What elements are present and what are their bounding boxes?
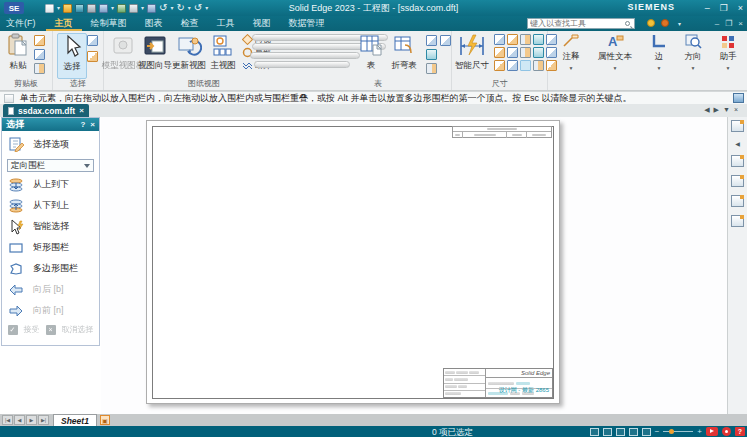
new-document-icon[interactable] xyxy=(45,4,54,13)
rect-fence-item[interactable]: 矩形围栏 xyxy=(2,237,99,258)
feedback-happy-icon[interactable] xyxy=(647,19,655,27)
layers-icon[interactable] xyxy=(731,175,744,187)
dimension-d-icon[interactable] xyxy=(533,47,544,58)
library-icon[interactable] xyxy=(731,155,744,167)
sheet-setup-icon[interactable] xyxy=(117,4,126,13)
tab-data-management[interactable]: 数据管理 xyxy=(280,16,334,31)
dock-collapse-icon[interactable]: ◀ xyxy=(735,140,740,147)
property-text-button[interactable]: A 属性文本 ▼ xyxy=(592,33,638,71)
hole-table-icon[interactable] xyxy=(426,49,437,60)
zoom-area-icon[interactable] xyxy=(616,428,625,436)
zoom-out-icon[interactable]: − xyxy=(655,428,660,436)
document-tab-close-icon[interactable]: × xyxy=(79,106,84,115)
accept-check-icon[interactable]: ✓ xyxy=(8,325,18,335)
back-item[interactable]: 向后 [b] xyxy=(2,279,99,300)
paste-special-icon[interactable] xyxy=(34,35,45,46)
doc-close-button[interactable]: × xyxy=(738,19,743,28)
redo-dropdown-icon[interactable]: ▾ xyxy=(188,5,191,11)
symmetric-diameter-icon[interactable] xyxy=(533,34,544,45)
drawing-sheet[interactable]: Solid Edge 设计网 - 最新 2865 xyxy=(146,120,560,404)
copy-small-icon[interactable] xyxy=(34,49,45,60)
select-button[interactable]: 选择 xyxy=(57,33,87,79)
pan-icon[interactable] xyxy=(603,428,612,436)
feedback-sad-icon[interactable] xyxy=(661,19,669,27)
select-panel-header[interactable]: 选择 ? × xyxy=(2,118,99,131)
deselect-icon[interactable] xyxy=(87,51,98,62)
first-sheet-button[interactable]: |◀ xyxy=(2,415,13,425)
dimension-i-icon[interactable] xyxy=(533,60,544,71)
sheet-views-icon[interactable] xyxy=(731,195,744,207)
document-tab[interactable]: ssdax.com.dft × xyxy=(3,104,89,117)
poly-fence-item[interactable]: 多边形围栏 xyxy=(2,258,99,279)
model-view-button[interactable]: 模型视图板 xyxy=(108,33,138,72)
table-button[interactable]: 表 xyxy=(356,33,386,72)
revision-table[interactable] xyxy=(452,126,552,138)
edit-sheet-icon[interactable]: ▣ xyxy=(100,415,110,425)
sheet-tab-sheet1[interactable]: Sheet1 xyxy=(53,414,97,426)
tab-sketch[interactable]: 绘制草图 xyxy=(82,16,136,31)
dimension-h-icon[interactable] xyxy=(520,60,531,71)
file-menu[interactable]: 文件(F) xyxy=(0,17,46,30)
close-button[interactable]: × xyxy=(738,3,743,13)
video-tutorial-icon[interactable] xyxy=(706,427,718,436)
doc-minimize-button[interactable]: – xyxy=(715,19,719,28)
dimension-c-icon[interactable] xyxy=(520,47,531,58)
tab-view[interactable]: 视图 xyxy=(244,16,280,31)
fence-mode-combobox[interactable]: 定向围栏 xyxy=(7,159,94,172)
principal-view-button[interactable]: 主视图 xyxy=(208,33,238,72)
view-wizard-button[interactable]: 视图向导 xyxy=(140,33,170,72)
print-icon[interactable] xyxy=(129,4,138,13)
copy-icon[interactable] xyxy=(147,4,156,13)
top-down-item[interactable]: 从上到下 xyxy=(2,174,99,195)
zoom-slider[interactable] xyxy=(663,431,693,432)
tab-diagram[interactable]: 图表 xyxy=(136,16,172,31)
sheet-view-icon[interactable] xyxy=(629,428,638,436)
save-as-icon[interactable] xyxy=(99,4,108,13)
save-icon[interactable] xyxy=(87,4,96,13)
search-input[interactable] xyxy=(528,19,625,28)
record-icon[interactable] xyxy=(722,427,731,436)
prev-sheet-button[interactable]: ◀ xyxy=(14,415,25,425)
undo-icon[interactable]: ↺ xyxy=(159,3,167,13)
dimension-b-icon[interactable] xyxy=(507,47,518,58)
app-logo[interactable]: SE xyxy=(4,2,24,14)
angle-between-icon[interactable] xyxy=(507,34,518,45)
panel-close-icon[interactable]: × xyxy=(90,120,95,129)
bottom-up-item[interactable]: 从下到上 xyxy=(2,195,99,216)
new-dropdown-icon[interactable]: ▾ xyxy=(57,5,60,11)
dimension-f-icon[interactable] xyxy=(494,60,505,71)
print-dropdown-icon[interactable]: ▾ xyxy=(141,5,144,11)
tab-tools[interactable]: 工具 xyxy=(208,16,244,31)
annotation-button[interactable]: 注释 ▼ xyxy=(552,33,590,71)
qat-customize-icon[interactable]: ▾ xyxy=(205,5,208,11)
command-search[interactable] xyxy=(527,18,635,29)
feedback-dropdown-icon[interactable]: ▾ xyxy=(678,21,681,27)
tab-inspect[interactable]: 检查 xyxy=(172,16,208,31)
smart-dimension-button[interactable]: 智能尺寸 xyxy=(454,33,490,72)
forward-item[interactable]: 向前 [n] xyxy=(2,300,99,321)
repeat-icon[interactable]: ↺ xyxy=(194,3,202,13)
next-sheet-button[interactable]: ▶ xyxy=(26,415,37,425)
distance-between-icon[interactable] xyxy=(494,34,505,45)
import-icon[interactable] xyxy=(75,4,84,13)
panel-help-icon[interactable]: ? xyxy=(80,120,85,129)
undo-dropdown-icon[interactable]: ▾ xyxy=(170,5,173,11)
coordinate-dimension-icon[interactable] xyxy=(520,34,531,45)
last-sheet-button[interactable]: ▶| xyxy=(38,415,49,425)
smart-select-item[interactable]: 智能选择 xyxy=(2,216,99,237)
redo-icon[interactable]: ↻ xyxy=(176,3,184,13)
grid-view-icon[interactable] xyxy=(642,428,651,436)
update-views-button[interactable]: 更新视图 xyxy=(174,33,204,72)
help-icon[interactable]: ? xyxy=(735,427,745,436)
parts-list-icon[interactable] xyxy=(426,35,437,46)
tab-scroll-controls[interactable]: ◀▶▼× xyxy=(704,106,742,114)
minimize-button[interactable]: – xyxy=(705,3,710,13)
tab-home[interactable]: 主页 xyxy=(46,16,82,31)
open-icon[interactable] xyxy=(63,4,72,13)
save-dropdown-icon[interactable]: ▾ xyxy=(111,5,114,11)
groups-icon[interactable] xyxy=(731,215,744,227)
layout-grid-icon[interactable] xyxy=(733,93,744,103)
cancel-x-icon[interactable]: × xyxy=(46,325,56,335)
zoom-in-icon[interactable]: + xyxy=(697,428,702,436)
cut-small-icon[interactable] xyxy=(34,63,45,74)
